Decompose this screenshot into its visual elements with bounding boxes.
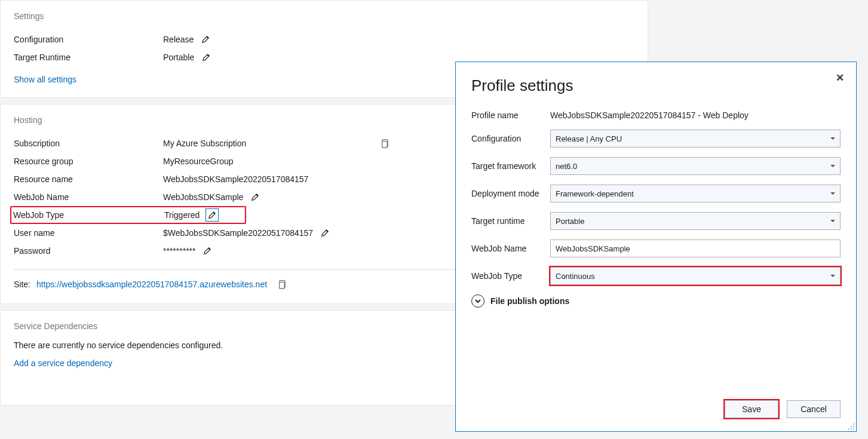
- username-label: User name: [14, 228, 163, 238]
- configuration-select-value: Release | Any CPU: [556, 134, 622, 143]
- chevron-down-icon: [830, 137, 835, 140]
- chevron-down-icon: [830, 165, 835, 167]
- deployment-mode-select-value: Framework-dependent: [556, 189, 634, 198]
- profile-name-label: Profile name: [471, 110, 550, 120]
- target-runtime-value: Portable: [163, 53, 194, 62]
- target-runtime-select-value: Portable: [556, 217, 584, 226]
- save-button[interactable]: Save: [725, 400, 778, 418]
- dialog-configuration-label: Configuration: [471, 134, 550, 143]
- resize-grip-icon[interactable]: [848, 423, 855, 430]
- edit-target-runtime-button[interactable]: [200, 51, 212, 63]
- webjob-type-select-value: Continuous: [556, 272, 595, 281]
- pencil-icon: [208, 211, 216, 219]
- webjob-type-label: WebJob Type: [13, 210, 164, 220]
- profile-name-value: WebJobsSDKSample20220517084157 - Web Dep…: [550, 110, 749, 120]
- expand-file-publish-button[interactable]: [471, 294, 484, 308]
- pencil-icon: [321, 229, 329, 237]
- edit-webjob-name-button[interactable]: [249, 191, 261, 203]
- configuration-select[interactable]: Release | Any CPU: [550, 130, 841, 148]
- svg-point-5: [853, 428, 854, 429]
- target-runtime-label: Target Runtime: [14, 53, 163, 62]
- chevron-down-icon: [475, 298, 481, 304]
- webjob-name-label: WebJob Name: [14, 192, 163, 202]
- cancel-button[interactable]: Cancel: [787, 400, 841, 418]
- pencil-icon: [251, 193, 259, 201]
- subscription-value: My Azure Subscription: [163, 139, 246, 148]
- chevron-down-icon: [830, 192, 835, 195]
- dialog-title: Profile settings: [471, 76, 841, 95]
- pencil-icon: [201, 35, 210, 44]
- resource-group-value: MyResourceGroup: [163, 156, 234, 166]
- close-dialog-button[interactable]: ✕: [836, 72, 844, 84]
- subscription-label: Subscription: [14, 139, 163, 148]
- site-url-link[interactable]: https://webjobssdksample20220517084157.a…: [36, 280, 267, 289]
- copy-icon: [277, 280, 286, 289]
- configuration-row: Configuration Release: [14, 30, 634, 48]
- webjob-name-value: WebJobsSDKSample: [163, 192, 243, 202]
- target-framework-select[interactable]: net6.0: [550, 157, 841, 175]
- webjob-type-select[interactable]: Continuous: [550, 267, 841, 285]
- svg-rect-1: [279, 282, 284, 288]
- target-framework-select-value: net6.0: [556, 162, 577, 171]
- edit-webjob-type-button[interactable]: [206, 208, 219, 222]
- svg-point-7: [848, 428, 849, 429]
- settings-heading: Settings: [14, 11, 634, 21]
- profile-settings-dialog: ✕ Profile settings Profile name WebJobsS…: [455, 62, 857, 432]
- svg-point-3: [853, 426, 854, 427]
- edit-username-button[interactable]: [319, 227, 331, 239]
- webjob-name-input[interactable]: [550, 240, 841, 257]
- site-label: Site:: [14, 280, 30, 289]
- edit-configuration-button[interactable]: [200, 33, 211, 45]
- webjob-type-row: WebJob Type Triggered: [10, 206, 246, 224]
- configuration-value: Release: [163, 35, 194, 44]
- profile-name-row: Profile name WebJobsSDKSample20220517084…: [471, 110, 841, 120]
- copy-icon: [380, 139, 389, 148]
- copy-site-url-button[interactable]: [275, 278, 287, 290]
- password-label: Password: [14, 246, 163, 256]
- dialog-configuration-row: Configuration Release | Any CPU: [471, 130, 841, 148]
- copy-subscription-button[interactable]: [378, 137, 390, 149]
- target-framework-row: Target framework net6.0: [471, 157, 841, 175]
- pencil-icon: [203, 247, 211, 255]
- dialog-webjob-type-row: WebJob Type Continuous: [471, 267, 841, 285]
- edit-password-button[interactable]: [201, 245, 213, 257]
- target-runtime-select[interactable]: Portable: [550, 212, 841, 230]
- chevron-down-icon: [830, 220, 835, 222]
- resource-group-label: Resource group: [14, 156, 163, 166]
- username-value: $WebJobsSDKSample20220517084157: [163, 228, 313, 238]
- svg-point-4: [851, 426, 852, 427]
- configuration-label: Configuration: [14, 35, 163, 44]
- dialog-webjob-type-label: WebJob Type: [471, 271, 550, 281]
- deployment-mode-label: Deployment mode: [471, 189, 550, 198]
- dialog-target-runtime-label: Target runtime: [471, 216, 550, 226]
- file-publish-options-row[interactable]: File publish options: [471, 294, 841, 308]
- dialog-webjob-name-label: WebJob Name: [471, 244, 550, 253]
- svg-point-2: [853, 423, 854, 425]
- file-publish-options-label: File publish options: [490, 296, 569, 306]
- webjob-type-value: Triggered: [164, 210, 200, 220]
- resource-name-value: WebJobsSDKSample20220517084157: [163, 174, 308, 184]
- resource-name-label: Resource name: [14, 174, 163, 184]
- dialog-webjob-name-row: WebJob Name: [471, 240, 841, 257]
- password-value: **********: [163, 246, 195, 256]
- chevron-down-icon: [830, 275, 835, 277]
- pencil-icon: [202, 53, 210, 62]
- dialog-target-runtime-row: Target runtime Portable: [471, 212, 841, 230]
- deployment-mode-row: Deployment mode Framework-dependent: [471, 185, 841, 202]
- target-framework-label: Target framework: [471, 161, 550, 171]
- svg-point-6: [851, 428, 852, 429]
- svg-rect-0: [382, 141, 387, 147]
- deployment-mode-select[interactable]: Framework-dependent: [550, 185, 841, 202]
